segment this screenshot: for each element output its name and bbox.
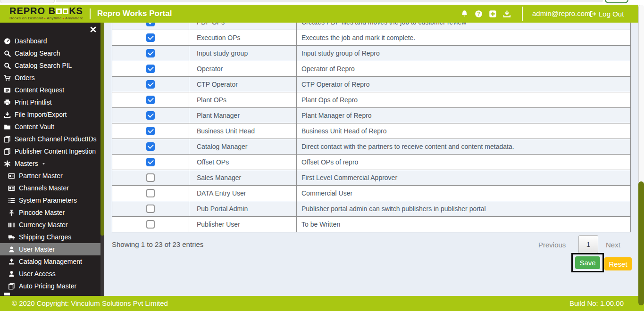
role-checkbox[interactable] — [146, 158, 155, 166]
browser-edge-strip — [0, 0, 644, 5]
role-description-cell: First Level Commercial Approver — [297, 170, 630, 185]
sidebar-item-pincode-master[interactable]: Pincode Master — [0, 206, 100, 219]
table-row: Sales ManagerFirst Level Commercial Appr… — [112, 170, 630, 185]
role-name-cell: Input study group — [189, 46, 297, 61]
help-icon[interactable]: ? — [475, 10, 483, 18]
search-icon — [4, 62, 11, 69]
sidebar-close-icon[interactable] — [90, 26, 97, 33]
printer-icon — [4, 99, 11, 106]
role-checkbox[interactable] — [146, 111, 155, 120]
sidebar-item-content-vault[interactable]: Content Vault — [0, 121, 100, 133]
sidebar-item-masters[interactable]: Masters — [0, 157, 100, 170]
role-name-cell: Catalog Manager — [189, 139, 297, 154]
role-description-cell: Commercial User — [297, 186, 630, 201]
sidebar-item-label: Catalog Search — [15, 49, 60, 57]
reset-button[interactable]: Reset — [604, 257, 632, 270]
save-button[interactable]: Save — [575, 256, 600, 269]
sidebar-item-label: Pincode Master — [19, 209, 65, 216]
app-footer: © 2020 Copyright: Vinculum Solutions Pvt… — [0, 296, 644, 311]
role-description-cell: To be Written — [297, 217, 630, 232]
sidebar-item-label: Publisher Content Ingestion — [15, 147, 96, 155]
header-divider — [90, 8, 91, 19]
table-row: OperatorOperator of Repro — [112, 61, 630, 76]
sidebar-menu: DashboardCatalog SearchCatalog Search PI… — [0, 35, 100, 292]
table-row: DATA Entry UserCommercial User — [112, 185, 630, 201]
copyright-text: © 2020 Copyright: Vinculum Solutions Pvt… — [12, 296, 168, 311]
sidebar-item-catalog-management[interactable]: Catalog Management — [0, 255, 100, 268]
bell-icon[interactable] — [460, 10, 468, 18]
search-icon — [4, 50, 11, 57]
sidebar-item-file-import-export[interactable]: File Import/Export — [0, 108, 100, 121]
role-checkbox[interactable] — [146, 127, 155, 135]
download-icon[interactable] — [503, 10, 511, 18]
checkbox-cell — [112, 92, 189, 107]
sidebar-item-label: User Master — [19, 246, 55, 253]
barcode-icon — [8, 221, 15, 229]
sidebar-item-catalog-search-pil[interactable]: Catalog Search PIL — [0, 59, 100, 72]
role-description-cell: Executes the job and mark it complete. — [297, 30, 630, 45]
user-icon — [8, 270, 15, 278]
logo-text: REPRO BKS — [9, 6, 84, 16]
role-checkbox[interactable] — [146, 49, 155, 57]
role-description-cell: Plant Ops of Repro — [297, 92, 630, 107]
checkbox-cell — [112, 46, 189, 61]
sidebar-item-system-parameters[interactable]: System Parameters — [0, 194, 100, 206]
pagination-previous[interactable]: Previous — [538, 241, 566, 249]
logout-button[interactable]: Log Out — [589, 5, 624, 23]
sidebar-item-label: Catalog Search PIL — [15, 62, 72, 69]
browser-edge-artifact — [0, 0, 55, 3]
logo-tagline: Books on Demand•Anytime•Anywhere — [9, 16, 84, 20]
sidebar-item-partner-master[interactable]: Partner Master — [0, 170, 100, 182]
sidebar-item-publisher-content-ingestion[interactable]: Publisher Content Ingestion — [0, 145, 100, 157]
folder-icon — [4, 123, 11, 131]
role-checkbox[interactable] — [146, 220, 155, 229]
sidebar-scrollbar-thumb[interactable] — [100, 23, 104, 236]
sidebar-item-search-channel-productids[interactable]: Search Channel ProductIDs — [0, 133, 100, 145]
role-checkbox[interactable] — [146, 142, 155, 151]
sidebar-item-print-printlist[interactable]: Print Printlist — [0, 96, 100, 108]
pagination-page-1[interactable]: 1 — [578, 235, 598, 254]
sidebar-item-content-request[interactable]: Content Request — [0, 84, 100, 96]
checkbox-cell — [112, 217, 189, 232]
role-name-cell: Operator — [189, 61, 297, 76]
pagination-next[interactable]: Next — [606, 241, 620, 249]
entries-summary: Showing 1 to 23 of 23 entries — [112, 240, 203, 248]
sidebar-item-currency-master[interactable]: Currency Master — [0, 219, 100, 231]
role-description-cell: Direct contact with the partners to rece… — [297, 139, 630, 154]
table-row: Catalog ManagerDirect contact with the p… — [112, 139, 630, 154]
table-row: Execution OPsExecutes the job and mark i… — [112, 30, 630, 45]
sidebar-item-channels-master[interactable]: Channels Master — [0, 182, 100, 194]
role-name-cell: Offset OPs — [189, 155, 297, 170]
add-icon[interactable] — [489, 10, 497, 18]
role-checkbox[interactable] — [146, 80, 155, 89]
sidebar-scrollbar[interactable] — [100, 23, 104, 296]
role-checkbox[interactable] — [146, 189, 155, 197]
sidebar-item-auto-pricing-master[interactable]: Auto Pricing Master — [0, 280, 100, 292]
pages-icon — [4, 148, 11, 155]
cart-icon — [4, 74, 11, 82]
sidebar-item-shipping-charges[interactable]: Shipping Charges — [0, 231, 100, 243]
sidebar-item-label: Shipping Charges — [19, 233, 71, 241]
sidebar-item-user-access[interactable]: User Access — [0, 268, 100, 280]
main-scrollbar-thumb[interactable] — [638, 181, 644, 305]
role-checkbox[interactable] — [146, 205, 155, 213]
role-checkbox[interactable] — [146, 65, 155, 73]
upload-icon — [8, 258, 15, 265]
role-description-cell: Offset OPs of repro — [297, 155, 630, 170]
checkbox-cell — [112, 139, 189, 154]
table-row: CTP OperatorCTP Operator of Repro — [112, 76, 630, 92]
role-checkbox[interactable] — [146, 173, 155, 182]
sidebar-item-orders[interactable]: Orders — [0, 72, 100, 84]
sidebar-item-label: Print Printlist — [15, 98, 52, 106]
sidebar-item-user-master[interactable]: User Master — [0, 243, 100, 255]
role-checkbox[interactable] — [146, 96, 155, 104]
page-title: Repro Works Portal — [97, 5, 172, 23]
sidebar-item-dashboard[interactable]: Dashboard — [0, 35, 100, 47]
role-name-cell: CTP Operator — [189, 77, 297, 92]
role-name-cell: Plant Manager — [189, 108, 297, 123]
import-icon — [4, 111, 11, 118]
role-checkbox[interactable] — [146, 33, 155, 42]
list-ol-icon — [8, 197, 15, 204]
sidebar-item-catalog-search[interactable]: Catalog Search — [0, 47, 100, 59]
user-email: admin@repro.com — [532, 5, 591, 23]
